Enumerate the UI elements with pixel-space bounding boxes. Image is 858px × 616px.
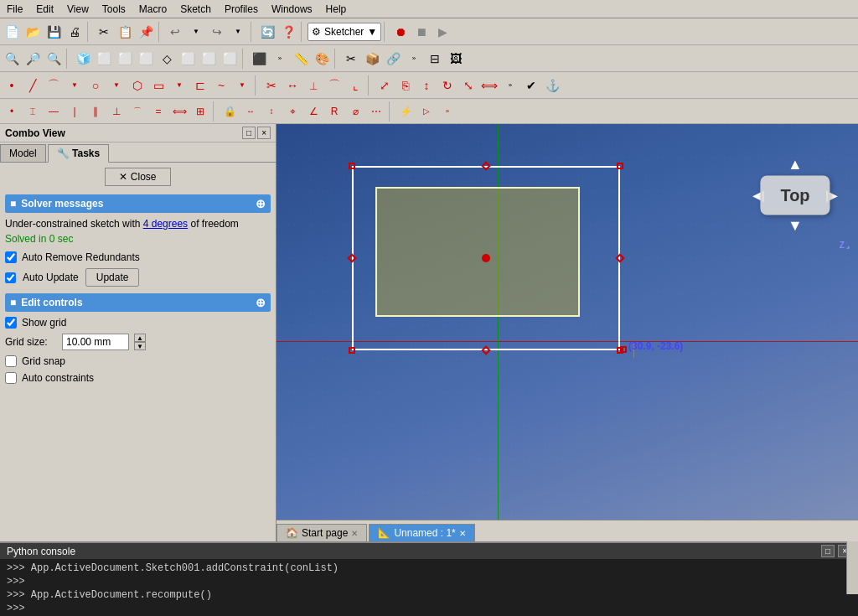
top-view-btn[interactable]: ⬜ xyxy=(115,49,135,69)
measure-btn[interactable]: 📏 xyxy=(291,49,311,69)
refresh-btn[interactable]: 🔄 xyxy=(257,22,277,42)
bottom-view-btn[interactable]: ⬜ xyxy=(199,49,219,69)
nav-cube[interactable]: ▲ ▼ ◀ ▶ Top Z ⌟ xyxy=(749,149,841,241)
move-sk-btn[interactable]: ↕ xyxy=(416,75,437,96)
texture-btn[interactable]: 🖼 xyxy=(446,49,466,69)
iso-view-btn[interactable]: ◇ xyxy=(157,49,177,69)
attach-btn[interactable]: ⚓ xyxy=(542,75,562,96)
menu-sketch[interactable]: Sketch xyxy=(173,2,218,17)
copy-sk-btn[interactable]: ⎘ xyxy=(395,75,416,96)
bspline-btn[interactable]: ~ xyxy=(211,75,231,96)
grid-size-input[interactable] xyxy=(62,334,129,350)
zoom-fit-btn[interactable]: 🔍 xyxy=(2,49,22,69)
tab-model[interactable]: Model xyxy=(0,144,46,162)
save-file-btn[interactable]: 💾 xyxy=(44,22,64,42)
whats-this-btn[interactable]: ❓ xyxy=(278,22,298,42)
left-view-btn[interactable]: ⬜ xyxy=(178,49,198,69)
angle-btn[interactable]: ∠ xyxy=(303,101,323,122)
workbench-dropdown[interactable]: ⚙ Sketcher ▼ xyxy=(308,23,381,41)
grid-snap-checkbox[interactable] xyxy=(5,355,17,367)
circle-dropdown-btn[interactable]: ▼ xyxy=(106,75,127,96)
refine-btn[interactable]: ⋯ xyxy=(366,101,386,122)
front-view-btn[interactable]: ⬜ xyxy=(94,49,114,69)
equal-btn[interactable]: = xyxy=(148,101,168,122)
panel-close-btn[interactable]: □ xyxy=(242,127,256,139)
auto-update-checkbox[interactable] xyxy=(5,272,16,283)
paste-btn[interactable]: 📌 xyxy=(136,22,156,42)
fix-constraint-btn[interactable]: • xyxy=(2,101,22,122)
menu-help[interactable]: Help xyxy=(319,2,354,17)
start-page-close[interactable]: ✕ xyxy=(351,529,358,538)
grid-size-up-btn[interactable]: ▲ xyxy=(134,334,146,342)
link-btn[interactable]: 🔗 xyxy=(383,49,403,69)
distance-btn[interactable]: ⌖ xyxy=(282,101,302,122)
new-file-btn[interactable]: 📄 xyxy=(2,22,22,42)
h-distance-btn[interactable]: ↔ xyxy=(240,101,261,122)
zoom-in-btn[interactable]: 🔎 xyxy=(23,49,43,69)
close-task-btn[interactable]: ✕ Close xyxy=(105,168,170,186)
external-btn[interactable]: ⤢ xyxy=(375,75,395,96)
appearance-btn[interactable]: 🎨 xyxy=(312,49,332,69)
degrees-link[interactable]: 4 degrees xyxy=(143,218,188,230)
back-view-btn[interactable]: ⬜ xyxy=(220,49,240,69)
cut-btn[interactable]: ✂ xyxy=(94,22,114,42)
constrain-more-btn[interactable]: » xyxy=(437,101,457,122)
point-btn[interactable]: • xyxy=(2,75,22,96)
tab-unnamed[interactable]: 📐 Unnamed : 1* ✕ xyxy=(369,524,474,541)
edit-collapse-btn[interactable]: ⊕ xyxy=(256,296,266,309)
perpendicular-btn[interactable]: ⊥ xyxy=(106,101,127,122)
rect-btn[interactable]: ▭ xyxy=(148,75,168,96)
split-btn[interactable]: ⟂ xyxy=(303,75,323,96)
menu-file[interactable]: File xyxy=(0,2,29,17)
vertical-constraint-btn[interactable]: | xyxy=(65,101,85,122)
horizontal-constraint-btn[interactable]: — xyxy=(44,101,64,122)
rotate-sk-btn[interactable]: ↻ xyxy=(437,75,457,96)
menu-edit[interactable]: Edit xyxy=(29,2,60,17)
group-btn[interactable]: 📦 xyxy=(362,49,382,69)
clip-btn[interactable]: ✂ xyxy=(341,49,361,69)
slot-btn[interactable]: ⊏ xyxy=(190,75,210,96)
v-distance-btn[interactable]: ↕ xyxy=(261,101,282,122)
circle-btn[interactable]: ○ xyxy=(85,75,106,96)
bspline-dropdown-btn[interactable]: ▼ xyxy=(232,75,252,96)
update-btn[interactable]: Update xyxy=(85,268,140,287)
scale-sk-btn[interactable]: ⤡ xyxy=(458,75,478,96)
stop-macro-btn[interactable]: ⏹ xyxy=(411,22,432,42)
more-sk-btn[interactable]: » xyxy=(500,75,520,96)
section-btn[interactable]: ⊟ xyxy=(425,49,445,69)
nav-cube-face[interactable]: Top xyxy=(760,176,830,215)
arc-btn[interactable]: ⌒ xyxy=(44,75,64,96)
diameter-btn[interactable]: ⌀ xyxy=(345,101,365,122)
arc-dropdown-btn[interactable]: ▼ xyxy=(65,75,85,96)
coincident-btn[interactable]: ⌶ xyxy=(23,101,43,122)
auto-remove-checkbox[interactable] xyxy=(5,251,17,263)
menu-windows[interactable]: Windows xyxy=(265,2,319,17)
tab-start-page[interactable]: 🏠 Start page ✕ xyxy=(277,524,367,541)
print-btn[interactable]: 🖨 xyxy=(65,22,85,42)
box-select-btn[interactable]: ⬛ xyxy=(249,49,269,69)
auto-constraint-toggle-btn[interactable]: ▷ xyxy=(416,101,437,122)
nav-down-arrow[interactable]: ▼ xyxy=(788,217,803,235)
grid-size-down-btn[interactable]: ▼ xyxy=(134,342,146,350)
trim-btn[interactable]: ✂ xyxy=(261,75,282,96)
panel-close-btn2[interactable]: × xyxy=(257,127,271,139)
show-grid-checkbox[interactable] xyxy=(5,317,17,329)
record-macro-btn[interactable]: ⏺ xyxy=(390,22,411,42)
chamfer-btn[interactable]: ⌞ xyxy=(345,75,365,96)
console-options-btn[interactable]: □ xyxy=(821,545,835,557)
solver-collapse-btn[interactable]: ⊕ xyxy=(256,197,266,210)
line-btn[interactable]: ╱ xyxy=(23,75,43,96)
right-view-btn[interactable]: ⬜ xyxy=(136,49,156,69)
menu-macro[interactable]: Macro xyxy=(132,2,173,17)
polyline-btn[interactable]: ⬡ xyxy=(127,75,147,96)
menu-tools[interactable]: Tools xyxy=(96,2,132,17)
radius-btn[interactable]: R xyxy=(324,101,344,122)
block-btn[interactable]: ⊞ xyxy=(190,101,210,122)
rect-dropdown-btn[interactable]: ▼ xyxy=(169,75,189,96)
menu-profiles[interactable]: Profiles xyxy=(218,2,265,17)
tangent-btn[interactable]: ⌒ xyxy=(127,101,147,122)
3d-view-btn[interactable]: 🧊 xyxy=(73,49,93,69)
undo-btn[interactable]: ↩ xyxy=(165,22,185,42)
validate-btn[interactable]: ✔ xyxy=(521,75,541,96)
tab-tasks[interactable]: 🔧 Tasks xyxy=(48,144,109,163)
